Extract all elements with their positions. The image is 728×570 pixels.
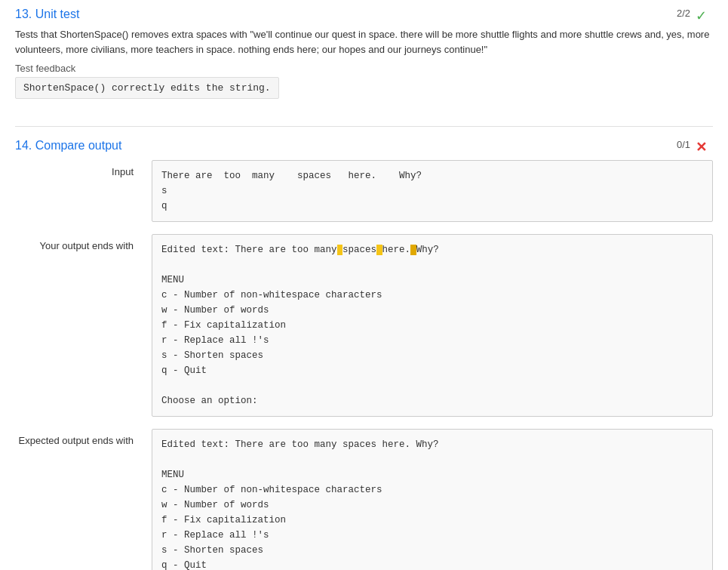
section-14: 14. Compare output ✕ 0/1 Input There are… — [15, 139, 713, 570]
your-output-label: Your output ends with — [15, 234, 140, 251]
highlight-1 — [337, 245, 343, 255]
x-icon: ✕ — [696, 139, 707, 156]
section-13: 13. Unit test ✓ 2/2 Tests that ShortenSp… — [15, 8, 713, 111]
feedback-label: Test feedback — [15, 63, 713, 74]
input-label: Input — [15, 160, 140, 177]
section-divider — [15, 126, 713, 127]
expected-output-label: Expected output ends with — [15, 429, 140, 446]
section-13-description: Tests that ShortenSpace() removes extra … — [15, 27, 713, 57]
section-14-badge: 0/1 — [677, 139, 690, 150]
section-13-badge: 2/2 — [677, 8, 690, 19]
input-terminal: There are too many spaces here. Why? s q — [152, 160, 713, 222]
section-13-title: 13. Unit test — [15, 8, 713, 21]
highlight-2 — [376, 245, 382, 255]
your-output-terminal: Edited text: There are too many spaces h… — [152, 234, 713, 417]
check-icon: ✓ — [696, 8, 707, 24]
feedback-code: ShortenSpace() correctly edits the strin… — [15, 77, 279, 99]
compare-grid: Input There are too many spaces here. Wh… — [15, 160, 713, 570]
section-14-title: 14. Compare output — [15, 139, 713, 153]
expected-output-terminal: Edited text: There are too many spaces h… — [152, 429, 713, 570]
highlight-3 — [410, 245, 416, 255]
